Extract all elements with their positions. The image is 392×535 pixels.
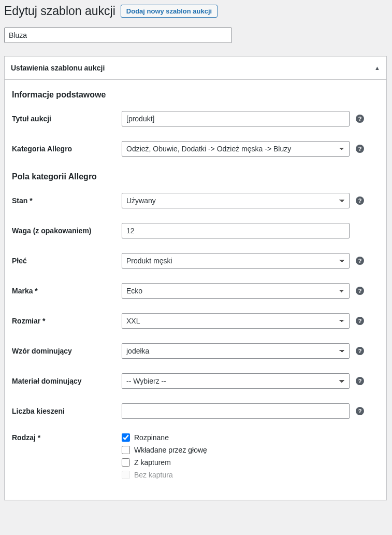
pattern-select[interactable]: jodełka (122, 343, 350, 359)
settings-panel: Ustawienia szablonu aukcji ▲ Informacje … (4, 56, 387, 500)
auction-title-label: Tytuł aukcji (12, 115, 115, 123)
post-title-input[interactable] (4, 27, 232, 43)
section-basic-title: Informacje podstawowe (12, 90, 379, 100)
size-label: Rozmiar * (12, 317, 115, 325)
weight-input[interactable] (122, 223, 350, 238)
type-option-checkbox (122, 471, 130, 479)
help-icon[interactable]: ? (356, 377, 364, 385)
type-option-label[interactable]: Rozpinane (134, 433, 169, 442)
type-label: Rodzaj * (12, 433, 115, 442)
material-select[interactable]: -- Wybierz -- (122, 373, 350, 389)
size-select[interactable]: XXL (122, 313, 350, 329)
brand-select[interactable]: Ecko (122, 283, 350, 299)
help-icon[interactable]: ? (356, 407, 364, 415)
help-icon[interactable]: ? (356, 287, 364, 295)
add-new-button[interactable]: Dodaj nowy szablon aukcji (121, 5, 217, 18)
auction-title-input[interactable] (122, 111, 350, 126)
help-icon[interactable]: ? (356, 347, 364, 355)
material-label: Materiał dominujący (12, 377, 115, 385)
type-option-checkbox[interactable] (122, 433, 130, 442)
help-icon[interactable]: ? (356, 317, 364, 325)
type-option-label: Bez kaptura (134, 471, 173, 479)
panel-title: Ustawienia szablonu aukcji (11, 57, 105, 79)
panel-toggle-icon[interactable]: ▲ (374, 65, 380, 71)
help-icon[interactable]: ? (356, 115, 364, 123)
type-option-label[interactable]: Z kapturem (134, 458, 171, 467)
category-select[interactable]: Odzież, Obuwie, Dodatki -> Odzież męska … (122, 141, 350, 157)
gender-label: Płeć (12, 257, 115, 265)
category-label: Kategoria Allegro (12, 145, 115, 153)
pockets-input[interactable] (122, 403, 350, 419)
pattern-label: Wzór dominujący (12, 347, 115, 355)
condition-select[interactable]: Używany (122, 193, 350, 208)
condition-label: Stan * (12, 196, 115, 205)
brand-label: Marka * (12, 287, 115, 295)
help-icon[interactable]: ? (356, 257, 364, 265)
page-title: Edytuj szablon aukcji (4, 4, 115, 18)
help-icon[interactable]: ? (356, 196, 364, 205)
weight-label: Waga (z opakowaniem) (12, 227, 115, 235)
help-icon[interactable]: ? (356, 145, 364, 153)
pockets-label: Liczba kieszeni (12, 407, 115, 415)
section-category-fields-title: Pola kategorii Allegro (12, 172, 379, 181)
type-option-label[interactable]: Wkładane przez głowę (134, 446, 207, 454)
type-option-checkbox[interactable] (122, 458, 130, 467)
type-option-checkbox[interactable] (122, 446, 130, 454)
gender-select[interactable]: Produkt męski (122, 253, 350, 269)
